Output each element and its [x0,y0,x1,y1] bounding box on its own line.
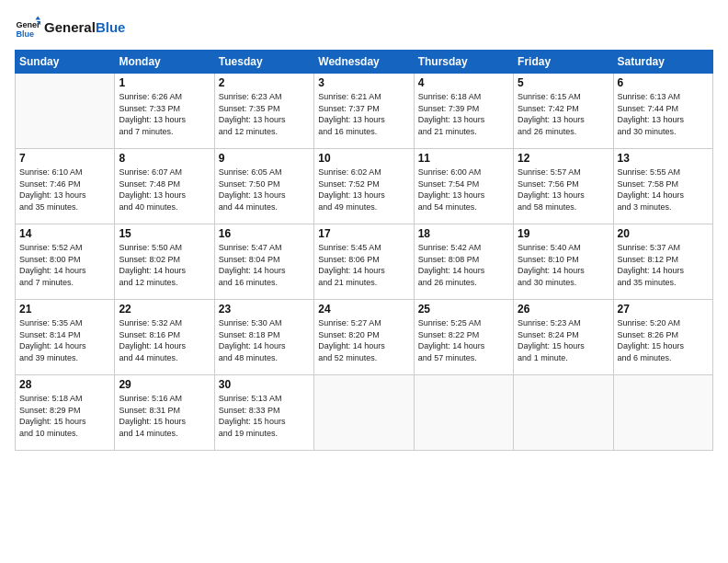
calendar-cell: 10Sunrise: 6:02 AM Sunset: 7:52 PM Dayli… [314,149,414,224]
logo: General Blue GeneralBlue [15,15,125,40]
day-number: 7 [19,152,110,165]
day-info: Sunrise: 5:13 AM Sunset: 8:33 PM Dayligh… [219,393,310,439]
calendar-cell: 18Sunrise: 5:42 AM Sunset: 8:08 PM Dayli… [414,224,513,300]
calendar-cell: 5Sunrise: 6:15 AM Sunset: 7:42 PM Daylig… [514,74,613,149]
page-container: General Blue GeneralBlue SundayMondayTue… [0,0,728,563]
calendar-cell: 29Sunrise: 5:16 AM Sunset: 8:31 PM Dayli… [115,375,214,451]
calendar-cell: 21Sunrise: 5:35 AM Sunset: 8:14 PM Dayli… [16,300,115,375]
calendar-cell: 7Sunrise: 6:10 AM Sunset: 7:46 PM Daylig… [16,149,115,224]
day-number: 18 [418,227,509,240]
calendar-cell: 8Sunrise: 6:07 AM Sunset: 7:48 PM Daylig… [115,149,214,224]
calendar-cell: 20Sunrise: 5:37 AM Sunset: 8:12 PM Dayli… [613,224,712,300]
calendar-cell: 13Sunrise: 5:55 AM Sunset: 7:58 PM Dayli… [613,149,712,224]
day-number: 25 [418,303,509,316]
day-number: 30 [219,378,310,391]
day-number: 2 [219,76,310,89]
day-number: 19 [518,227,609,240]
day-number: 22 [119,303,210,316]
day-number: 8 [119,152,210,165]
calendar-week-row: 21Sunrise: 5:35 AM Sunset: 8:14 PM Dayli… [16,300,713,375]
day-number: 15 [119,227,210,240]
day-number: 1 [119,76,210,89]
weekday-header-cell: Tuesday [214,51,313,74]
day-number: 6 [618,76,709,89]
logo-icon: General Blue [15,15,40,40]
calendar-cell: 4Sunrise: 6:18 AM Sunset: 7:39 PM Daylig… [414,74,513,149]
day-info: Sunrise: 6:18 AM Sunset: 7:39 PM Dayligh… [418,91,509,137]
calendar-week-row: 7Sunrise: 6:10 AM Sunset: 7:46 PM Daylig… [16,149,713,224]
calendar-cell [16,74,115,149]
calendar-cell: 11Sunrise: 6:00 AM Sunset: 7:54 PM Dayli… [414,149,513,224]
day-number: 10 [318,152,409,165]
day-number: 13 [618,152,709,165]
logo-general: General [44,19,96,35]
day-number: 27 [618,303,709,316]
day-info: Sunrise: 5:37 AM Sunset: 8:12 PM Dayligh… [618,242,709,288]
calendar-week-row: 14Sunrise: 5:52 AM Sunset: 8:00 PM Dayli… [16,224,713,300]
calendar-week-row: 1Sunrise: 6:26 AM Sunset: 7:33 PM Daylig… [16,74,713,149]
calendar-cell [314,375,414,451]
day-info: Sunrise: 6:21 AM Sunset: 7:37 PM Dayligh… [318,91,409,137]
day-info: Sunrise: 6:02 AM Sunset: 7:52 PM Dayligh… [318,167,409,213]
calendar-cell: 24Sunrise: 5:27 AM Sunset: 8:20 PM Dayli… [314,300,414,375]
calendar-week-row: 28Sunrise: 5:18 AM Sunset: 8:29 PM Dayli… [16,375,713,451]
calendar-cell: 25Sunrise: 5:25 AM Sunset: 8:22 PM Dayli… [414,300,513,375]
calendar-cell [613,375,712,451]
calendar-cell: 27Sunrise: 5:20 AM Sunset: 8:26 PM Dayli… [613,300,712,375]
day-number: 11 [418,152,509,165]
day-info: Sunrise: 5:52 AM Sunset: 8:00 PM Dayligh… [19,242,110,288]
day-info: Sunrise: 5:16 AM Sunset: 8:31 PM Dayligh… [119,393,210,439]
svg-text:Blue: Blue [16,29,34,39]
day-number: 3 [318,76,409,89]
day-info: Sunrise: 6:13 AM Sunset: 7:44 PM Dayligh… [618,91,709,137]
calendar-cell [414,375,513,451]
day-info: Sunrise: 5:20 AM Sunset: 8:26 PM Dayligh… [618,317,709,363]
day-number: 23 [219,303,310,316]
calendar-cell: 30Sunrise: 5:13 AM Sunset: 8:33 PM Dayli… [214,375,313,451]
page-header: General Blue GeneralBlue [15,15,713,40]
calendar-cell: 14Sunrise: 5:52 AM Sunset: 8:00 PM Dayli… [16,224,115,300]
day-info: Sunrise: 5:47 AM Sunset: 8:04 PM Dayligh… [219,242,310,288]
day-number: 12 [518,152,609,165]
calendar-cell: 28Sunrise: 5:18 AM Sunset: 8:29 PM Dayli… [16,375,115,451]
calendar-cell: 22Sunrise: 5:32 AM Sunset: 8:16 PM Dayli… [115,300,214,375]
day-info: Sunrise: 5:18 AM Sunset: 8:29 PM Dayligh… [19,393,110,439]
weekday-header-row: SundayMondayTuesdayWednesdayThursdayFrid… [16,51,713,74]
day-info: Sunrise: 6:00 AM Sunset: 7:54 PM Dayligh… [418,167,509,213]
day-number: 17 [318,227,409,240]
calendar-cell: 23Sunrise: 5:30 AM Sunset: 8:18 PM Dayli… [214,300,313,375]
calendar-cell [514,375,613,451]
day-number: 20 [618,227,709,240]
calendar-cell: 16Sunrise: 5:47 AM Sunset: 8:04 PM Dayli… [214,224,313,300]
calendar-cell: 6Sunrise: 6:13 AM Sunset: 7:44 PM Daylig… [613,74,712,149]
day-info: Sunrise: 6:15 AM Sunset: 7:42 PM Dayligh… [518,91,609,137]
day-info: Sunrise: 6:07 AM Sunset: 7:48 PM Dayligh… [119,167,210,213]
day-number: 14 [19,227,110,240]
day-info: Sunrise: 5:55 AM Sunset: 7:58 PM Dayligh… [618,167,709,213]
day-info: Sunrise: 5:23 AM Sunset: 8:24 PM Dayligh… [518,317,609,363]
day-number: 5 [518,76,609,89]
day-info: Sunrise: 6:26 AM Sunset: 7:33 PM Dayligh… [119,91,210,137]
day-number: 4 [418,76,509,89]
calendar-cell: 1Sunrise: 6:26 AM Sunset: 7:33 PM Daylig… [115,74,214,149]
calendar-table: SundayMondayTuesdayWednesdayThursdayFrid… [15,50,713,451]
calendar-cell: 19Sunrise: 5:40 AM Sunset: 8:10 PM Dayli… [514,224,613,300]
weekday-header-cell: Saturday [613,51,712,74]
day-info: Sunrise: 5:30 AM Sunset: 8:18 PM Dayligh… [219,317,310,363]
day-number: 24 [318,303,409,316]
calendar-cell: 15Sunrise: 5:50 AM Sunset: 8:02 PM Dayli… [115,224,214,300]
day-number: 21 [19,303,110,316]
calendar-cell: 2Sunrise: 6:23 AM Sunset: 7:35 PM Daylig… [214,74,313,149]
day-info: Sunrise: 5:25 AM Sunset: 8:22 PM Dayligh… [418,317,509,363]
weekday-header-cell: Friday [514,51,613,74]
day-info: Sunrise: 5:42 AM Sunset: 8:08 PM Dayligh… [418,242,509,288]
svg-text:General: General [16,20,40,29]
calendar-cell: 26Sunrise: 5:23 AM Sunset: 8:24 PM Dayli… [514,300,613,375]
calendar-body: 1Sunrise: 6:26 AM Sunset: 7:33 PM Daylig… [16,74,713,451]
weekday-header-cell: Sunday [16,51,115,74]
day-number: 29 [119,378,210,391]
day-number: 9 [219,152,310,165]
day-number: 26 [518,303,609,316]
calendar-cell: 12Sunrise: 5:57 AM Sunset: 7:56 PM Dayli… [514,149,613,224]
calendar-cell: 17Sunrise: 5:45 AM Sunset: 8:06 PM Dayli… [314,224,414,300]
